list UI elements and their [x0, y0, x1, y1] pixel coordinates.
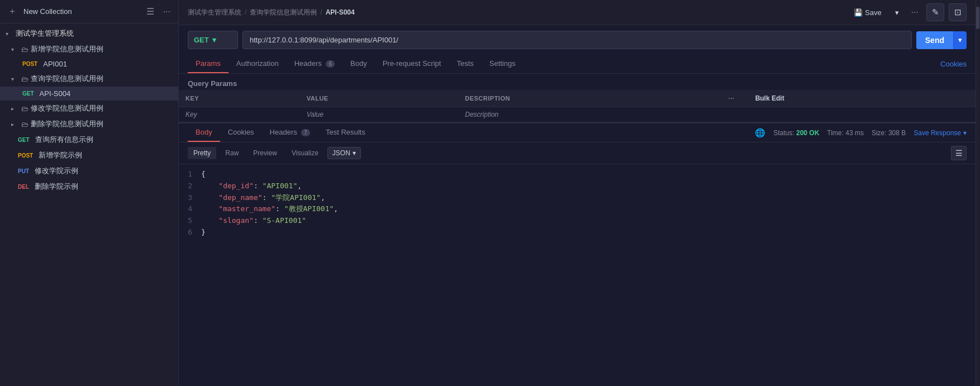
tab-settings[interactable]: Settings [482, 55, 524, 73]
folder-query-label: 查询学院信息测试用例 [31, 74, 174, 84]
method-badge-post-add: POST [16, 152, 35, 159]
response-headers-badge: 7 [301, 129, 310, 136]
new-collection-label: New Collection [23, 6, 72, 17]
json-line-4: 4 "master_name": "教授API001", [179, 203, 976, 215]
query-params-section: Query Params KEY VALUE DESCRIPTION ··· B… [179, 74, 976, 123]
endpoint-del-del[interactable]: DEL 删除学院示例 [0, 179, 178, 194]
top-bar: 测试学生管理系统 / 查询学院信息测试用例 / API-S004 💾 Save … [179, 0, 976, 25]
endpoint-put-mod[interactable]: PUT 修改学院示例 [0, 163, 178, 179]
value-placeholder[interactable]: Value [300, 107, 459, 122]
collection-name-label: 测试学生管理系统 [16, 28, 174, 39]
collection-root[interactable]: ▾ 测试学生管理系统 [0, 26, 178, 41]
method-label: GET [194, 36, 209, 44]
breadcrumb-part-2: 查询学院信息测试用例 [250, 8, 317, 17]
format-lines-icon[interactable]: ☰ [951, 146, 967, 160]
folder-delete-test[interactable]: ▸ 🗁 删除学院信息测试用例 [0, 116, 178, 132]
params-table: KEY VALUE DESCRIPTION ··· Bulk Edit Key … [179, 90, 976, 122]
endpoint-post-add-label: 新增学院示例 [39, 150, 174, 160]
endpoint-api-s004[interactable]: GET API-S004 [0, 87, 178, 101]
chevron-down-icon-add: ▾ [11, 46, 19, 53]
col-more-header: ··· [722, 90, 744, 107]
json-content-4: "master_name": "教授API001", [201, 203, 967, 215]
endpoint-post-add[interactable]: POST 新增学院示例 [0, 147, 178, 163]
method-badge-post: POST [20, 60, 40, 68]
status-value: 200 OK [796, 129, 819, 137]
folder-add-test[interactable]: ▾ 🗁 新增学院信息测试用例 [0, 41, 178, 57]
save-dropdown-button[interactable]: ▾ [891, 6, 903, 19]
tab-headers[interactable]: Headers 6 [287, 55, 342, 73]
top-bar-actions: 💾 Save ▾ ··· ✎ ⊡ [849, 3, 967, 21]
url-input[interactable] [242, 31, 912, 49]
format-tab-raw[interactable]: Raw [220, 147, 244, 159]
cookies-link[interactable]: Cookies [940, 60, 967, 68]
size-value: 308 B [888, 129, 906, 137]
save-response-chevron-icon: ▾ [963, 129, 967, 137]
tab-pre-request[interactable]: Pre-request Script [375, 55, 449, 73]
breadcrumb-current: API-S004 [326, 8, 355, 16]
key-placeholder[interactable]: Key [179, 107, 300, 122]
response-tab-headers[interactable]: Headers 7 [262, 123, 318, 142]
bulk-edit-button[interactable]: Bulk Edit [751, 93, 789, 103]
folder-query-test[interactable]: ▾ 🗁 查询学院信息测试用例 [0, 71, 178, 87]
breadcrumb: 测试学生管理系统 / 查询学院信息测试用例 / API-S004 [188, 8, 845, 17]
row-more [722, 107, 744, 122]
filter-icon[interactable]: ☰ [144, 5, 156, 18]
endpoint-del-label: 删除学院示例 [35, 182, 174, 192]
json-line-1: 1 { [179, 169, 976, 180]
format-tab-preview[interactable]: Preview [248, 147, 283, 159]
chevron-down-icon: ▾ [6, 31, 13, 37]
globe-icon: 🌐 [755, 128, 765, 138]
breadcrumb-sep-2: / [320, 8, 322, 16]
col-key-header: KEY [179, 90, 300, 107]
method-select[interactable]: GET ▾ [188, 31, 238, 49]
desc-placeholder[interactable]: Description [458, 107, 721, 122]
method-chevron-icon: ▾ [212, 36, 216, 44]
send-button[interactable]: Send [916, 31, 953, 49]
endpoint-get-all[interactable]: GET 查询所有信息示例 [0, 132, 178, 147]
response-tabs-bar: Body Cookies Headers 7 Test Results 🌐 St… [179, 123, 976, 142]
format-tab-pretty[interactable]: Pretty [188, 147, 216, 159]
save-button[interactable]: 💾 Save [849, 6, 886, 19]
vertical-scrollbar[interactable] [976, 0, 980, 386]
folder-icon-query: 🗁 [21, 75, 28, 83]
endpoint-api001-label: API001 [43, 60, 174, 68]
add-collection-icon[interactable]: ＋ [6, 4, 19, 18]
method-badge-get-s004: GET [20, 90, 36, 97]
endpoint-api001[interactable]: POST API001 [0, 57, 178, 71]
edit-icon-btn[interactable]: ✎ [926, 3, 944, 21]
breadcrumb-part-1: 测试学生管理系统 [188, 8, 241, 17]
chevron-down-icon-query: ▾ [11, 76, 19, 82]
share-icon-btn[interactable]: ⊡ [949, 3, 967, 21]
method-badge-del: DEL [16, 183, 31, 190]
top-more-button[interactable]: ··· [908, 6, 922, 18]
response-tab-test-results[interactable]: Test Results [318, 123, 373, 142]
json-content-5: "slogan": "S-API001" [201, 215, 967, 227]
line-num-4: 4 [179, 203, 201, 215]
save-response-label: Save Response [914, 129, 961, 137]
method-badge-put: PUT [16, 168, 31, 175]
tab-body[interactable]: Body [342, 55, 375, 73]
format-tab-visualize[interactable]: Visualize [286, 147, 324, 159]
response-tab-cookies[interactable]: Cookies [220, 123, 262, 142]
sidebar: ＋ New Collection ☰ ··· ▾ 测试学生管理系统 ▾ 🗁 新增… [0, 0, 179, 386]
tab-tests[interactable]: Tests [449, 55, 481, 73]
format-right-icons: ☰ [951, 146, 967, 160]
folder-modify-test[interactable]: ▸ 🗁 修改学院信息测试用例 [0, 101, 178, 116]
folder-delete-label: 删除学院信息测试用例 [31, 119, 174, 129]
line-num-5: 5 [179, 215, 201, 227]
scrollbar-thumb [976, 7, 979, 29]
save-response-button[interactable]: Save Response ▾ [914, 129, 967, 137]
json-line-5: 5 "slogan": "S-API001" [179, 215, 976, 227]
row-bulk [744, 107, 976, 122]
line-num-3: 3 [179, 192, 201, 204]
tab-authorization[interactable]: Authorization [229, 55, 287, 73]
tab-params[interactable]: Params [188, 55, 229, 73]
url-bar: GET ▾ Send ▾ [179, 25, 976, 55]
send-dropdown-btn[interactable]: ▾ [953, 31, 967, 49]
params-placeholder-row: Key Value Description [179, 107, 976, 122]
sidebar-more-icon[interactable]: ··· [161, 6, 173, 18]
format-type-select[interactable]: JSON ▾ [327, 147, 361, 159]
sidebar-header: ＋ New Collection ☰ ··· [0, 0, 178, 23]
folder-add-label: 新增学院信息测试用例 [31, 44, 174, 54]
response-tab-body[interactable]: Body [188, 123, 220, 142]
